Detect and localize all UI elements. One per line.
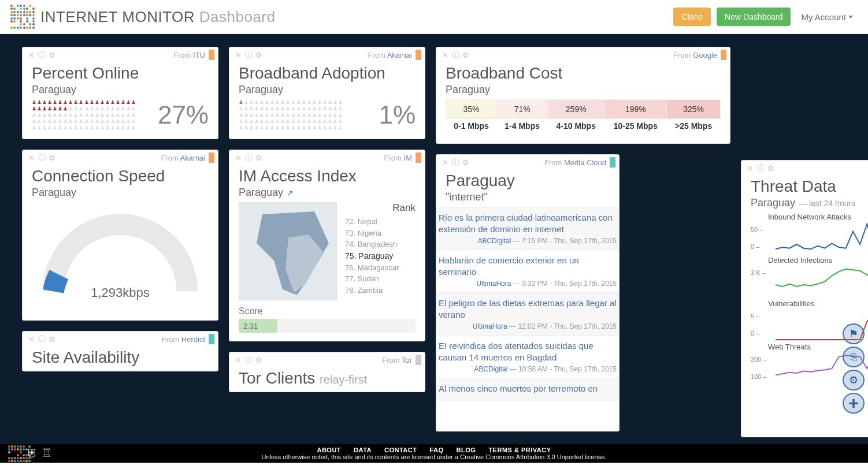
floating-actions: ⚑ ⎘ ⚙ + xyxy=(843,323,865,414)
rank-item: 73. Nigeria xyxy=(345,228,416,239)
widget-country: Paraguay xyxy=(32,84,209,96)
news-title: El peligro de las dietas extremas para l… xyxy=(439,297,617,320)
footer: ⛨ ♖ ABOUTDATACONTACTFAQBLOGTERMS & PRIVA… xyxy=(0,444,868,463)
gear-icon[interactable]: ⚙ xyxy=(767,164,775,172)
news-item[interactable]: Al menos cinco muertos por terremoto en xyxy=(436,378,619,401)
widget-broadband-adoption: ✕ⓘ⚙ From Akamai Broadband Adoption Parag… xyxy=(229,47,425,139)
info-icon[interactable]: ⓘ xyxy=(38,154,46,162)
gear-icon[interactable]: ⚙ xyxy=(255,154,263,162)
source-link[interactable]: IM xyxy=(404,154,412,162)
score-value: 2.31 xyxy=(243,322,258,330)
footer-link[interactable]: DATA xyxy=(354,447,372,453)
percent-value: 1% xyxy=(379,101,416,129)
y-tick: 0 – xyxy=(751,243,759,250)
logo-block[interactable]: INTERNET MONITOR Dashboard xyxy=(10,5,276,29)
copy-button[interactable]: ⎘ xyxy=(843,347,865,367)
footer-link[interactable]: BLOG xyxy=(457,447,476,453)
source-link[interactable]: ITU xyxy=(193,51,205,59)
info-icon[interactable]: ⓘ xyxy=(38,335,46,343)
cost-pct: 199% xyxy=(604,100,667,119)
news-item[interactable]: Hablarán de comercio exterior en un semi… xyxy=(436,250,619,292)
settings-button[interactable]: ⚙ xyxy=(843,370,865,390)
rank-list: 72. Nepal73. Nigeria74. Bangladesh75. Pa… xyxy=(345,216,416,296)
news-item[interactable]: El peligro de las dietas extremas para l… xyxy=(436,292,619,335)
info-icon[interactable]: ⓘ xyxy=(451,158,459,166)
cost-pct: 325% xyxy=(667,100,721,119)
external-link-icon[interactable]: ↗ xyxy=(287,188,294,198)
close-icon[interactable]: ✕ xyxy=(27,51,35,59)
news-list: Río es la primera ciudad latinoamericana… xyxy=(436,207,619,401)
rank-item: 75. Paraguay xyxy=(345,250,416,262)
mini-chart: 50 –0 – xyxy=(751,221,868,256)
news-item[interactable]: Río es la primera ciudad latinoamericana… xyxy=(436,207,619,250)
footer-link[interactable]: ABOUT xyxy=(317,447,341,453)
gear-icon[interactable]: ⚙ xyxy=(255,356,263,364)
chart-title: Vulnerabilities xyxy=(768,299,868,308)
footer-links: ABOUTDATACONTACTFAQBLOGTERMS & PRIVACY xyxy=(317,447,551,453)
info-icon[interactable]: ⓘ xyxy=(244,154,253,162)
gear-icon[interactable]: ⚙ xyxy=(255,51,263,59)
brand-main: INTERNET MONITOR xyxy=(40,8,195,25)
news-item[interactable]: EI reivindica dos atentados suicidas que… xyxy=(436,335,619,378)
close-icon[interactable]: ✕ xyxy=(27,335,35,343)
info-icon[interactable]: ⓘ xyxy=(244,51,253,59)
new-dashboard-button[interactable]: New Dashboard xyxy=(717,8,791,26)
info-icon[interactable]: ⓘ xyxy=(451,51,459,59)
source-link[interactable]: Akamai xyxy=(180,154,205,162)
chart-title: Detected Infections xyxy=(768,256,868,265)
stripe-icon xyxy=(610,157,615,168)
gear-icon[interactable]: ⚙ xyxy=(462,51,470,59)
close-icon[interactable]: ✕ xyxy=(441,51,449,59)
rank-item: 74. Bangladesh xyxy=(345,239,416,250)
widget-subtitle: "internet" xyxy=(446,191,610,203)
widget-country: Paraguay — last 24 hours xyxy=(751,197,868,209)
source-link[interactable]: Herdict xyxy=(181,335,205,344)
shield-icon: ⛨ xyxy=(27,447,38,460)
close-icon[interactable]: ✕ xyxy=(27,154,35,162)
source-link[interactable]: Media Cloud xyxy=(564,158,606,167)
add-widget-button[interactable]: + xyxy=(843,393,865,414)
mini-chart: 3 K – xyxy=(751,265,868,299)
gear-icon[interactable]: ⚙ xyxy=(462,158,470,166)
footer-logo-icon xyxy=(8,445,23,460)
close-icon[interactable]: ✕ xyxy=(234,51,242,59)
close-icon[interactable]: ✕ xyxy=(441,158,449,166)
brand-sub: Dashboard xyxy=(199,8,276,25)
footer-link[interactable]: CONTACT xyxy=(384,447,417,453)
widget-title: Paraguay xyxy=(446,172,610,190)
news-meta: ABCDigital — 10:58 AM - Thu, Sep 17th, 2… xyxy=(439,365,617,373)
footer-link[interactable]: FAQ xyxy=(429,447,443,453)
close-icon[interactable]: ✕ xyxy=(234,356,242,364)
chevron-down-icon xyxy=(848,16,853,18)
flag-button[interactable]: ⚑ xyxy=(843,323,865,344)
source-link[interactable]: Tor xyxy=(402,356,412,364)
my-account-dropdown[interactable]: My Account xyxy=(796,9,858,25)
widget-news: ✕ⓘ⚙ From Media Cloud Paraguay "internet"… xyxy=(436,154,620,431)
info-icon[interactable]: ⓘ xyxy=(244,356,253,364)
gear-icon[interactable]: ⚙ xyxy=(48,335,56,343)
info-icon[interactable]: ⓘ xyxy=(38,51,46,59)
cost-pct: 71% xyxy=(497,100,548,119)
info-icon[interactable]: ⓘ xyxy=(756,164,765,172)
news-title: Río es la primera ciudad latinoamericana… xyxy=(439,212,617,235)
cost-table: 35%71%259%199%325% 0-1 Mbps1-4 Mbps4-10 … xyxy=(446,99,721,135)
source-link[interactable]: Akamai xyxy=(387,51,412,59)
chart-title: Inbound Network Attacks xyxy=(768,213,868,221)
widget-tor-clients: ✕ⓘ⚙ From Tor Tor Clients relay-first xyxy=(229,352,425,392)
close-icon[interactable]: ✕ xyxy=(234,154,242,162)
footer-link[interactable]: TERMS & PRIVACY xyxy=(488,447,551,453)
close-icon[interactable]: ✕ xyxy=(746,164,754,172)
news-title: EI reivindica dos atentados suicidas que… xyxy=(439,340,617,363)
gear-icon[interactable]: ⚙ xyxy=(48,51,56,59)
widget-country: Paraguay xyxy=(446,84,721,96)
clone-button[interactable]: Clone xyxy=(673,8,711,26)
widget-title: Connection Speed xyxy=(32,167,209,185)
my-account-label: My Account xyxy=(801,12,846,22)
gear-icon[interactable]: ⚙ xyxy=(48,154,56,162)
widget-title: Tor Clients relay-first xyxy=(239,369,416,388)
y-tick: 100 – xyxy=(751,373,767,380)
source-link[interactable]: Google xyxy=(693,51,717,59)
brand-text: INTERNET MONITOR Dashboard xyxy=(40,8,276,26)
widget-title: IM Access Index xyxy=(239,167,416,185)
gauge-value: 1,293kbps xyxy=(91,285,150,300)
